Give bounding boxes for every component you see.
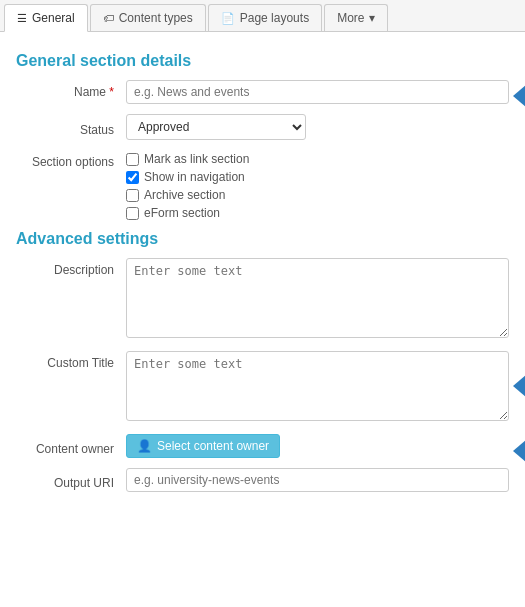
- section-options-label: Section options: [16, 150, 126, 169]
- page-layouts-icon: 📄: [221, 12, 235, 25]
- general-icon: ☰: [17, 12, 27, 25]
- checkbox-mark-link: Mark as link section: [126, 152, 509, 166]
- tab-content-types-label: Content types: [119, 11, 193, 25]
- mark-link-checkbox[interactable]: [126, 153, 139, 166]
- checkbox-show-nav: Show in navigation: [126, 170, 509, 184]
- more-chevron-icon: ▾: [369, 11, 375, 25]
- checkbox-eform: eForm section: [126, 206, 509, 220]
- show-nav-label: Show in navigation: [144, 170, 245, 184]
- eform-label: eForm section: [144, 206, 220, 220]
- checkboxes-wrap: Mark as link section Show in navigation …: [126, 150, 509, 220]
- output-uri-input[interactable]: [126, 468, 509, 492]
- content-owner-control-wrap: 👤 Select content owner: [126, 434, 509, 458]
- advanced-section: Advanced settings Description Custom Tit…: [16, 230, 509, 492]
- tab-more[interactable]: More ▾: [324, 4, 388, 31]
- description-control-wrap: [126, 258, 509, 341]
- custom-title-control-wrap: [126, 351, 509, 424]
- description-label: Description: [16, 258, 126, 277]
- name-label: Name *: [16, 80, 126, 99]
- tab-content-types[interactable]: 🏷 Content types: [90, 4, 206, 31]
- content-owner-label: Content owner: [16, 437, 126, 456]
- show-nav-checkbox[interactable]: [126, 171, 139, 184]
- custom-title-row: Custom Title Creates your custom page ti…: [16, 351, 509, 424]
- tab-page-layouts-label: Page layouts: [240, 11, 309, 25]
- content-owner-row: Content owner 👤 Select content owner Ove…: [16, 434, 509, 458]
- name-input[interactable]: [126, 80, 509, 104]
- section-options-row: Section options Mark as link section Sho…: [16, 150, 509, 220]
- status-control-wrap: Approved Draft Pending: [126, 114, 509, 140]
- tab-more-label: More: [337, 11, 364, 25]
- select-content-owner-button[interactable]: 👤 Select content owner: [126, 434, 280, 458]
- archive-checkbox[interactable]: [126, 189, 139, 202]
- output-uri-label: Output URI: [16, 471, 126, 490]
- output-uri-control-wrap: [126, 468, 509, 492]
- status-label: Status: [16, 118, 126, 137]
- custom-title-textarea[interactable]: [126, 351, 509, 421]
- checkbox-group: Mark as link section Show in navigation …: [126, 150, 509, 220]
- name-row: Name * Auto generates page URL: [16, 80, 509, 104]
- tab-general[interactable]: ☰ General: [4, 4, 88, 32]
- custom-title-label: Custom Title: [16, 351, 126, 370]
- description-row: Description: [16, 258, 509, 341]
- eform-checkbox[interactable]: [126, 207, 139, 220]
- tab-bar: ☰ General 🏷 Content types 📄 Page layouts…: [0, 0, 525, 32]
- main-content: General section details Name * Auto gene…: [0, 32, 525, 512]
- advanced-section-heading: Advanced settings: [16, 230, 509, 248]
- tab-general-label: General: [32, 11, 75, 25]
- checkbox-archive: Archive section: [126, 188, 509, 202]
- output-uri-row: Output URI: [16, 468, 509, 492]
- name-control-wrap: [126, 80, 509, 104]
- archive-label: Archive section: [144, 188, 225, 202]
- status-select[interactable]: Approved Draft Pending: [126, 114, 306, 140]
- tab-page-layouts[interactable]: 📄 Page layouts: [208, 4, 322, 31]
- required-marker: *: [109, 85, 114, 99]
- mark-link-label: Mark as link section: [144, 152, 249, 166]
- user-icon: 👤: [137, 439, 152, 453]
- description-textarea[interactable]: [126, 258, 509, 338]
- general-section-heading: General section details: [16, 52, 509, 70]
- content-types-icon: 🏷: [103, 12, 114, 24]
- status-row: Status Approved Draft Pending: [16, 114, 509, 140]
- select-content-owner-label: Select content owner: [157, 439, 269, 453]
